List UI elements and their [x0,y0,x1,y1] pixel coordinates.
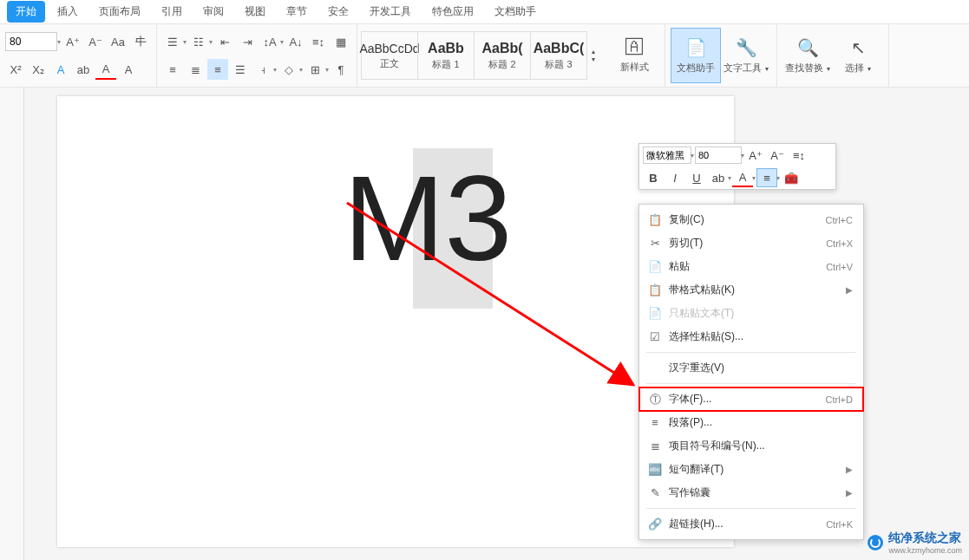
mini-font-name-input[interactable] [643,147,691,164]
tab-special[interactable]: 特色应用 [423,1,482,23]
mini-bold-icon[interactable]: B [643,168,664,187]
highlight-icon[interactable]: ab [73,59,94,80]
mini-line-spacing-icon[interactable]: ≡↕ [789,146,809,165]
new-style-button[interactable]: 🄰 新样式 [609,28,659,83]
menu-paragraph[interactable]: ≡ 段落(P)... [639,411,863,434]
mini-italic-icon[interactable]: I [665,168,685,187]
menu-reconvert[interactable]: 汉字重选(V) [639,356,863,380]
align-right-icon[interactable]: ≡ [207,59,228,80]
justify-icon[interactable]: ☰ [230,59,251,80]
ribbon: ▾ A⁺ A⁻ Aa 㐄 X² X₂ A ab A A ☰▾ ☷▾ ⇤ ⇥ ↕A… [0,24,969,88]
cut-icon: ✂ [646,237,664,250]
bullets-icon[interactable]: ☰ [162,31,183,52]
shading-icon[interactable]: ▦ [331,31,351,52]
mini-toolbox-icon[interactable]: 🧰 [781,168,802,187]
menu-separator [646,352,856,353]
decrease-indent-icon[interactable]: ⇤ [214,31,235,52]
tab-view[interactable]: 视图 [236,1,274,23]
lightbulb-icon: ✎ [646,486,664,499]
doc-helper-icon: 📄 [685,37,707,58]
mini-highlight-icon[interactable]: ab [708,168,729,187]
context-menu: 📋 复制(C) Ctrl+C ✂ 剪切(T) Ctrl+X 📄 粘贴 Ctrl+… [638,204,864,540]
char-shading-icon[interactable]: A [118,59,139,80]
menu-copy[interactable]: 📋 复制(C) Ctrl+C [639,208,863,231]
superscript-icon[interactable]: X² [5,59,26,80]
menu-paste[interactable]: 📄 粘贴 Ctrl+V [639,255,863,278]
phonetic-guide-icon[interactable]: 㐄 [130,31,151,52]
subscript-icon[interactable]: X₂ [28,59,49,80]
tab-doc-helper[interactable]: 文档助手 [486,1,545,23]
change-case-icon[interactable]: Aa [108,31,128,52]
mini-shrink-font-icon[interactable]: A⁻ [767,146,788,165]
paragraph-mark-icon[interactable]: ¶ [331,59,351,80]
menu-cut[interactable]: ✂ 剪切(T) Ctrl+X [639,231,863,255]
tab-review[interactable]: 审阅 [194,1,232,23]
menu-translate[interactable]: 🔤 短句翻译(T) ▶ [639,458,863,481]
page[interactable]: M3 [57,96,734,547]
font-color-icon[interactable]: A [95,59,116,80]
watermark-logo-icon [868,535,883,550]
tab-insert[interactable]: 插入 [49,1,87,23]
paste-format-icon: 📋 [646,283,664,296]
tab-bar: 开始 插入 页面布局 引用 审阅 视图 章节 安全 开发工具 特色应用 文档助手 [0,0,969,24]
mini-align-icon[interactable]: ≡ [756,168,777,187]
align-center-icon[interactable]: ≣ [185,59,206,80]
distribute-icon[interactable]: ⫞ [252,59,273,80]
text-tools-button[interactable]: 🔧 文字工具 ▾ [721,28,771,83]
copy-icon: 📋 [646,213,664,226]
menu-hyperlink[interactable]: 🔗 超链接(H)... Ctrl+K [639,512,863,536]
align-left-icon[interactable]: ≡ [162,59,183,80]
tab-start[interactable]: 开始 [7,1,45,23]
chevron-down-icon[interactable]: ▾ [57,38,61,46]
menu-font[interactable]: Ⓣ 字体(F)... Ctrl+D [639,387,863,411]
sort-icon[interactable]: ↕A [259,31,280,52]
style-normal[interactable]: AaBbCcDd 正文 [361,31,418,80]
menu-bullets-numbering[interactable]: ≣ 项目符号和编号(N)... [639,434,863,458]
mini-underline-icon[interactable]: U [686,168,707,187]
paste-text-icon: 📄 [646,307,664,320]
fill-color-icon[interactable]: ◇ [278,59,299,80]
chevron-right-icon: ▶ [846,488,853,498]
text-direction-icon[interactable]: A↓ [285,31,306,52]
menu-paste-format[interactable]: 📋 带格式粘贴(K) ▶ [639,278,863,302]
mini-font-size-input[interactable] [695,147,742,164]
font-size-input[interactable] [5,32,57,51]
grow-font-icon[interactable]: A⁺ [62,31,83,52]
mini-toolbar: ▾ ▾ A⁺ A⁻ ≡↕ B I U ab▾ A▾ ≡▾ 🧰 [638,143,836,190]
style-heading3[interactable]: AaBbC( 标题 3 [530,31,587,80]
tab-page-layout[interactable]: 页面布局 [90,1,149,23]
tab-dev-tools[interactable]: 开发工具 [361,1,420,23]
menu-paste-special[interactable]: ☑ 选择性粘贴(S)... [639,325,863,348]
doc-helper-button[interactable]: 📄 文档助手 [671,28,721,83]
shrink-font-icon[interactable]: A⁻ [85,31,106,52]
style-heading1[interactable]: AaBb 标题 1 [417,31,475,80]
find-replace-button[interactable]: 🔍 查找替换 ▾ [782,28,833,83]
mini-grow-font-icon[interactable]: A⁺ [745,146,766,165]
text-effects-icon[interactable]: A [50,59,71,80]
chevron-right-icon: ▶ [846,465,853,474]
menu-writing-tips[interactable]: ✎ 写作锦囊 ▶ [639,481,863,505]
numbering-icon[interactable]: ☷ [188,31,209,52]
style-heading2[interactable]: AaBb( 标题 2 [474,31,531,80]
borders-icon[interactable]: ⊞ [304,59,325,80]
select-button[interactable]: ↖ 选择 ▾ [833,28,883,83]
watermark: 纯净系统之家 www.kzmyhome.com [868,531,962,555]
tab-chapter[interactable]: 章节 [278,1,316,23]
paragraph-icon: ≡ [646,416,664,429]
style-tools-group: 🄰 新样式 [604,24,665,87]
tab-references[interactable]: 引用 [153,1,191,23]
menu-separator [646,383,856,384]
line-spacing-icon[interactable]: ≡↕ [308,31,329,52]
mini-font-color-icon[interactable]: A [732,168,753,187]
increase-indent-icon[interactable]: ⇥ [237,31,258,52]
menu-separator [646,508,856,509]
document-text[interactable]: M3 [344,148,512,289]
font-icon: Ⓣ [646,392,664,407]
style-more-icon[interactable]: ▴▾ [586,45,600,66]
tab-security[interactable]: 安全 [319,1,357,23]
search-icon: 🔍 [797,37,819,58]
paste-special-icon: ☑ [646,330,664,343]
font-group: ▾ A⁺ A⁻ Aa 㐄 X² X₂ A ab A A [0,24,157,87]
editing-group: 🔍 查找替换 ▾ ↖ 选择 ▾ [777,24,889,87]
translate-icon: 🔤 [646,463,664,476]
